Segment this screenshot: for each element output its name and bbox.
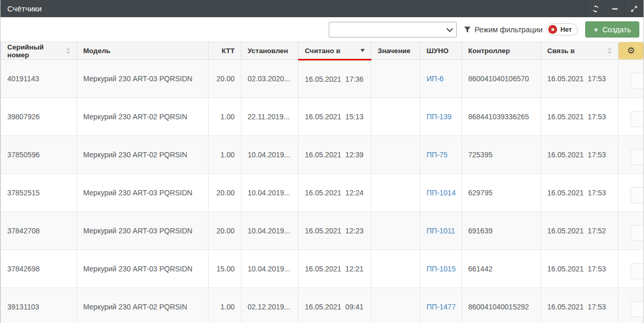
table-row[interactable]: 37850596 Меркурий 230 ART-02 PQRSIN 1.00… <box>1 136 644 174</box>
cell-controller: 661442 <box>462 250 541 288</box>
cell-shuno: ПП-1014 <box>420 174 462 212</box>
cell-actions <box>619 212 644 250</box>
create-button[interactable]: + Создать <box>585 21 639 38</box>
column-header-controller[interactable]: Контроллер <box>462 42 541 60</box>
funnel-icon <box>464 26 471 33</box>
table-row[interactable]: 37852515 Меркурий 230 ART-03 PQRSIDN 20.… <box>1 174 644 212</box>
shuno-link[interactable]: ПП-1011 <box>427 227 455 235</box>
column-label: Серийный номер <box>7 43 63 59</box>
cell-actions <box>619 136 644 174</box>
cell-model: Меркурий 230 ART-02 PQRSIN <box>77 98 209 136</box>
edit-icon <box>625 259 643 283</box>
edit-icon <box>625 145 643 169</box>
shuno-link[interactable]: ПП-1015 <box>427 265 456 273</box>
column-header-installed[interactable]: Установлен <box>241 42 299 60</box>
cell-actions <box>619 250 644 288</box>
column-header-ktt[interactable]: КТТ <box>209 42 241 60</box>
cell-serial-number: 39131103 <box>1 288 77 323</box>
edit-button[interactable] <box>630 111 643 127</box>
edit-button[interactable] <box>630 187 643 203</box>
shuno-link[interactable]: ПП-75 <box>427 151 447 159</box>
refresh-icon <box>592 5 599 13</box>
table-row[interactable]: 39807926 Меркурий 230 ART-02 PQRSIN 1.00… <box>1 98 644 136</box>
edit-button[interactable] <box>630 73 643 89</box>
cell-link-at: 16.05.2021 17:53 <box>541 174 619 212</box>
edit-button[interactable] <box>630 263 643 279</box>
cell-read-at: 16.05.2021 12:21 <box>299 250 371 288</box>
table-body: 40191143 Меркурий 230 ART-03 PQRSIDN 20.… <box>1 60 644 323</box>
titlebar: Счётчики <box>1 0 643 17</box>
gear-icon: ⚙ <box>627 45 635 56</box>
cell-link-at: 16.05.2021 17:53 <box>541 250 619 288</box>
cell-serial-number: 39807926 <box>1 98 77 136</box>
cell-read-at: 16.05.2021 17:36 <box>299 60 371 98</box>
shuno-link[interactable]: ПП-1014 <box>427 189 456 197</box>
column-header-serial[interactable]: Серийный номер <box>1 42 77 60</box>
cell-model: Меркурий 230 ART-02 PQRSIN <box>77 136 209 174</box>
cell-shuno: ПП-75 <box>420 136 462 174</box>
column-label: Связь в <box>547 47 575 55</box>
filter-mode-toggle[interactable]: ✖ Нет <box>546 23 578 35</box>
cell-link-at: 16.05.2021 17:53 <box>541 98 619 136</box>
column-settings-button[interactable]: ⚙ <box>619 42 643 59</box>
cell-serial-number: 37842698 <box>1 250 77 288</box>
shuno-link[interactable]: ПП-1477 <box>427 303 456 311</box>
edit-icon <box>625 221 643 245</box>
cell-shuno: ПП-139 <box>420 98 462 136</box>
refresh-button[interactable] <box>586 0 605 17</box>
cell-read-at: 16.05.2021 12:39 <box>299 136 371 174</box>
cell-model: Меркурий 230 ART-03 PQRSIDN <box>77 212 209 250</box>
column-header-model[interactable]: Модель <box>77 42 209 60</box>
edit-button[interactable] <box>630 149 643 165</box>
filter-select[interactable] <box>329 22 457 38</box>
table-row[interactable]: 37842698 Меркурий 230 ART-03 PQRSIDN 15.… <box>1 250 644 288</box>
page-title: Счётчики <box>1 4 42 13</box>
cell-ktt: 1.00 <box>209 288 241 323</box>
cell-installed: 10.04.2019... <box>241 250 299 288</box>
cell-installed: 10.04.2019... <box>241 174 299 212</box>
cell-model: Меркурий 230 ART-02 PQRSIN <box>77 288 209 323</box>
column-label: Считано в <box>305 47 340 55</box>
filter-select-wrap <box>329 22 457 38</box>
cell-read-at: 16.05.2021 15:13 <box>299 98 371 136</box>
cell-controller: 725395 <box>462 136 541 174</box>
edit-button[interactable] <box>630 301 643 317</box>
cell-actions <box>619 174 644 212</box>
column-header-shuno[interactable]: ШУНО <box>420 42 462 60</box>
cell-ktt: 20.00 <box>209 212 241 250</box>
cell-controller: 868441039336265 <box>462 98 541 136</box>
cell-read-at: 16.05.2021 09:41 <box>299 288 371 323</box>
cell-controller: 860041040015292 <box>462 288 541 323</box>
sort-icon <box>608 47 612 54</box>
column-header-value[interactable]: Значение <box>371 42 420 60</box>
cell-shuno: ПП-1011 <box>420 212 462 250</box>
sort-desc-icon <box>360 49 365 52</box>
shuno-link[interactable]: ПП-139 <box>427 113 452 121</box>
minimize-button[interactable] <box>605 0 624 17</box>
cell-installed: 22.11.2019... <box>241 98 299 136</box>
shuno-link[interactable]: ИП-6 <box>427 74 444 83</box>
minimize-icon <box>611 5 619 13</box>
cell-ktt: 1.00 <box>209 136 241 174</box>
toolbar: Режим фильтрации ✖ Нет + Создать <box>1 17 643 42</box>
filter-off-icon: ✖ <box>548 25 557 34</box>
table-row[interactable]: 37842708 Меркурий 230 ART-03 PQRSIDN 20.… <box>1 212 644 250</box>
table-row[interactable]: 40191143 Меркурий 230 ART-03 PQRSIDN 20.… <box>1 60 644 98</box>
cell-ktt: 15.00 <box>209 250 241 288</box>
cell-value <box>371 98 420 136</box>
column-header-read[interactable]: Считано в <box>299 42 371 60</box>
cell-value <box>371 212 420 250</box>
cell-serial-number: 37850596 <box>1 136 77 174</box>
cell-value <box>371 136 420 174</box>
cell-controller: 860041040106570 <box>462 60 541 98</box>
cell-shuno: ИП-6 <box>420 60 462 98</box>
cell-controller: 691639 <box>462 212 541 250</box>
filter-mode-state: Нет <box>560 26 572 33</box>
edit-icon <box>625 183 643 207</box>
column-header-link[interactable]: Связь в <box>541 42 619 60</box>
edit-button[interactable] <box>630 225 643 241</box>
table-row[interactable]: 39131103 Меркурий 230 ART-02 PQRSIN 1.00… <box>1 288 644 323</box>
expand-button[interactable] <box>624 0 643 17</box>
create-button-label: Создать <box>602 26 631 34</box>
cell-ktt: 1.00 <box>209 98 241 136</box>
